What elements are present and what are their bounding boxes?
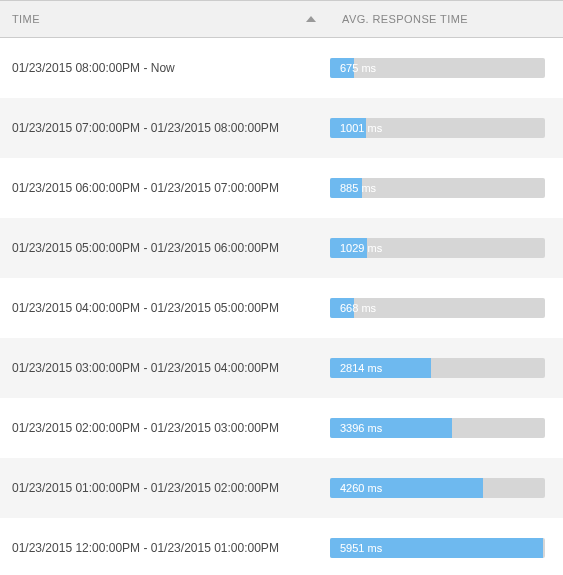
- bar-track: 5951 ms: [330, 538, 545, 558]
- table-header-row: TIME AVG. RESPONSE TIME: [0, 0, 563, 38]
- bar-track: 2814 ms: [330, 358, 545, 378]
- table-row: 01/23/2015 03:00:00PM - 01/23/2015 04:00…: [0, 338, 563, 398]
- header-label-time: TIME: [12, 13, 40, 25]
- bar-cell: 1001 ms: [330, 118, 563, 138]
- time-cell: 01/23/2015 06:00:00PM - 01/23/2015 07:00…: [0, 181, 330, 195]
- header-cell-time[interactable]: TIME: [0, 13, 330, 25]
- bar-value-label: 5951 ms: [340, 542, 382, 554]
- time-cell: 01/23/2015 12:00:00PM - 01/23/2015 01:00…: [0, 541, 330, 555]
- bar-cell: 675 ms: [330, 58, 563, 78]
- bar-track: 1029 ms: [330, 238, 545, 258]
- bar-track: 4260 ms: [330, 478, 545, 498]
- time-cell: 01/23/2015 03:00:00PM - 01/23/2015 04:00…: [0, 361, 330, 375]
- bar-value-label: 4260 ms: [340, 482, 382, 494]
- table-row: 01/23/2015 01:00:00PM - 01/23/2015 02:00…: [0, 458, 563, 518]
- bar-value-label: 1001 ms: [340, 122, 382, 134]
- bar-track: 675 ms: [330, 58, 545, 78]
- table-row: 01/23/2015 05:00:00PM - 01/23/2015 06:00…: [0, 218, 563, 278]
- time-cell: 01/23/2015 02:00:00PM - 01/23/2015 03:00…: [0, 421, 330, 435]
- bar-cell: 2814 ms: [330, 358, 563, 378]
- bar-cell: 1029 ms: [330, 238, 563, 258]
- sort-asc-icon: [306, 16, 316, 22]
- bar-track: 1001 ms: [330, 118, 545, 138]
- bar-value-label: 3396 ms: [340, 422, 382, 434]
- header-cell-avg[interactable]: AVG. RESPONSE TIME: [330, 12, 563, 26]
- bar-cell: 5951 ms: [330, 538, 563, 558]
- table-row: 01/23/2015 06:00:00PM - 01/23/2015 07:00…: [0, 158, 563, 218]
- table-row: 01/23/2015 04:00:00PM - 01/23/2015 05:00…: [0, 278, 563, 338]
- bar-cell: 3396 ms: [330, 418, 563, 438]
- time-cell: 01/23/2015 08:00:00PM - Now: [0, 61, 330, 75]
- bar-cell: 668 ms: [330, 298, 563, 318]
- bar-track: 885 ms: [330, 178, 545, 198]
- table-row: 01/23/2015 12:00:00PM - 01/23/2015 01:00…: [0, 518, 563, 575]
- table-row: 01/23/2015 07:00:00PM - 01/23/2015 08:00…: [0, 98, 563, 158]
- table-body: 01/23/2015 08:00:00PM - Now675 ms01/23/2…: [0, 38, 563, 575]
- table-row: 01/23/2015 02:00:00PM - 01/23/2015 03:00…: [0, 398, 563, 458]
- time-cell: 01/23/2015 05:00:00PM - 01/23/2015 06:00…: [0, 241, 330, 255]
- bar-value-label: 2814 ms: [340, 362, 382, 374]
- table-row: 01/23/2015 08:00:00PM - Now675 ms: [0, 38, 563, 98]
- bar-cell: 885 ms: [330, 178, 563, 198]
- header-label-avg: AVG. RESPONSE TIME: [342, 13, 468, 25]
- time-cell: 01/23/2015 07:00:00PM - 01/23/2015 08:00…: [0, 121, 330, 135]
- time-cell: 01/23/2015 04:00:00PM - 01/23/2015 05:00…: [0, 301, 330, 315]
- bar-track: 3396 ms: [330, 418, 545, 438]
- bar-track: 668 ms: [330, 298, 545, 318]
- time-cell: 01/23/2015 01:00:00PM - 01/23/2015 02:00…: [0, 481, 330, 495]
- bar-value-label: 675 ms: [340, 62, 376, 74]
- bar-value-label: 668 ms: [340, 302, 376, 314]
- bar-value-label: 885 ms: [340, 182, 376, 194]
- response-time-table: TIME AVG. RESPONSE TIME 01/23/2015 08:00…: [0, 0, 563, 575]
- bar-value-label: 1029 ms: [340, 242, 382, 254]
- bar-cell: 4260 ms: [330, 478, 563, 498]
